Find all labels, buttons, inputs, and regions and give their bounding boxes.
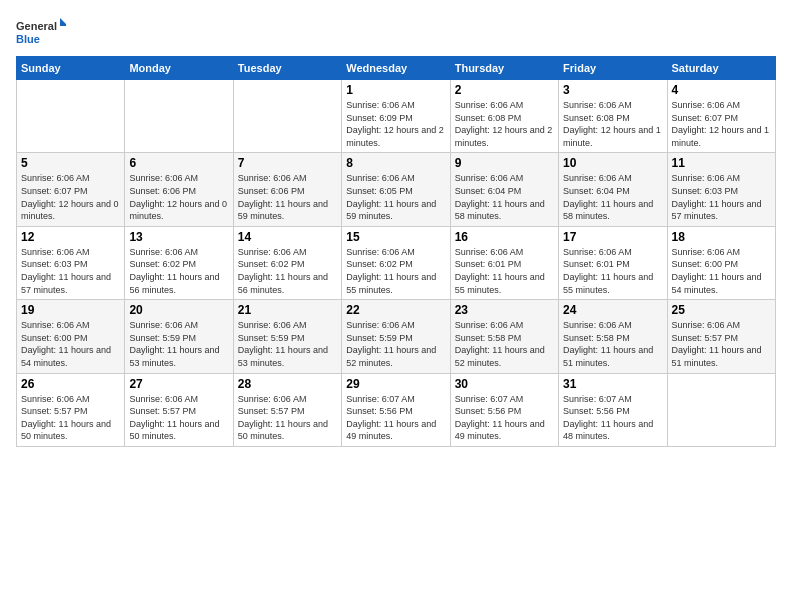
calendar-cell: 29Sunrise: 6:07 AM Sunset: 5:56 PM Dayli… xyxy=(342,373,450,446)
day-number: 8 xyxy=(346,156,445,170)
day-number: 12 xyxy=(21,230,120,244)
calendar-cell: 26Sunrise: 6:06 AM Sunset: 5:57 PM Dayli… xyxy=(17,373,125,446)
calendar-cell xyxy=(17,80,125,153)
day-number: 6 xyxy=(129,156,228,170)
calendar-cell: 23Sunrise: 6:06 AM Sunset: 5:58 PM Dayli… xyxy=(450,300,558,373)
calendar-cell: 20Sunrise: 6:06 AM Sunset: 5:59 PM Dayli… xyxy=(125,300,233,373)
day-info: Sunrise: 6:06 AM Sunset: 6:06 PM Dayligh… xyxy=(129,172,228,222)
weekday-header-wednesday: Wednesday xyxy=(342,57,450,80)
calendar-week-row: 1Sunrise: 6:06 AM Sunset: 6:09 PM Daylig… xyxy=(17,80,776,153)
day-info: Sunrise: 6:06 AM Sunset: 6:05 PM Dayligh… xyxy=(346,172,445,222)
weekday-header-friday: Friday xyxy=(559,57,667,80)
day-info: Sunrise: 6:07 AM Sunset: 5:56 PM Dayligh… xyxy=(563,393,662,443)
page-header: General Blue xyxy=(16,16,776,48)
day-number: 18 xyxy=(672,230,771,244)
calendar-cell: 5Sunrise: 6:06 AM Sunset: 6:07 PM Daylig… xyxy=(17,153,125,226)
calendar-cell: 9Sunrise: 6:06 AM Sunset: 6:04 PM Daylig… xyxy=(450,153,558,226)
calendar-cell: 10Sunrise: 6:06 AM Sunset: 6:04 PM Dayli… xyxy=(559,153,667,226)
calendar-cell: 16Sunrise: 6:06 AM Sunset: 6:01 PM Dayli… xyxy=(450,226,558,299)
svg-text:Blue: Blue xyxy=(16,33,40,45)
day-info: Sunrise: 6:06 AM Sunset: 5:59 PM Dayligh… xyxy=(129,319,228,369)
day-info: Sunrise: 6:06 AM Sunset: 5:57 PM Dayligh… xyxy=(21,393,120,443)
calendar-cell: 3Sunrise: 6:06 AM Sunset: 6:08 PM Daylig… xyxy=(559,80,667,153)
day-info: Sunrise: 6:06 AM Sunset: 6:03 PM Dayligh… xyxy=(21,246,120,296)
calendar-cell xyxy=(125,80,233,153)
day-info: Sunrise: 6:06 AM Sunset: 6:02 PM Dayligh… xyxy=(238,246,337,296)
calendar-week-row: 5Sunrise: 6:06 AM Sunset: 6:07 PM Daylig… xyxy=(17,153,776,226)
calendar-cell: 19Sunrise: 6:06 AM Sunset: 6:00 PM Dayli… xyxy=(17,300,125,373)
day-number: 27 xyxy=(129,377,228,391)
logo: General Blue xyxy=(16,16,66,48)
day-number: 5 xyxy=(21,156,120,170)
day-info: Sunrise: 6:06 AM Sunset: 6:00 PM Dayligh… xyxy=(672,246,771,296)
day-info: Sunrise: 6:06 AM Sunset: 6:03 PM Dayligh… xyxy=(672,172,771,222)
calendar-cell: 28Sunrise: 6:06 AM Sunset: 5:57 PM Dayli… xyxy=(233,373,341,446)
day-number: 16 xyxy=(455,230,554,244)
day-info: Sunrise: 6:06 AM Sunset: 6:02 PM Dayligh… xyxy=(129,246,228,296)
day-number: 7 xyxy=(238,156,337,170)
day-number: 3 xyxy=(563,83,662,97)
day-number: 31 xyxy=(563,377,662,391)
day-info: Sunrise: 6:06 AM Sunset: 6:02 PM Dayligh… xyxy=(346,246,445,296)
weekday-header-thursday: Thursday xyxy=(450,57,558,80)
calendar-cell: 8Sunrise: 6:06 AM Sunset: 6:05 PM Daylig… xyxy=(342,153,450,226)
day-info: Sunrise: 6:06 AM Sunset: 6:08 PM Dayligh… xyxy=(563,99,662,149)
calendar-cell: 27Sunrise: 6:06 AM Sunset: 5:57 PM Dayli… xyxy=(125,373,233,446)
day-info: Sunrise: 6:06 AM Sunset: 6:00 PM Dayligh… xyxy=(21,319,120,369)
day-info: Sunrise: 6:06 AM Sunset: 5:58 PM Dayligh… xyxy=(455,319,554,369)
day-info: Sunrise: 6:06 AM Sunset: 6:08 PM Dayligh… xyxy=(455,99,554,149)
day-info: Sunrise: 6:06 AM Sunset: 6:01 PM Dayligh… xyxy=(455,246,554,296)
day-number: 1 xyxy=(346,83,445,97)
day-info: Sunrise: 6:06 AM Sunset: 6:06 PM Dayligh… xyxy=(238,172,337,222)
day-info: Sunrise: 6:06 AM Sunset: 5:57 PM Dayligh… xyxy=(672,319,771,369)
calendar-cell: 30Sunrise: 6:07 AM Sunset: 5:56 PM Dayli… xyxy=(450,373,558,446)
day-number: 11 xyxy=(672,156,771,170)
calendar-cell: 11Sunrise: 6:06 AM Sunset: 6:03 PM Dayli… xyxy=(667,153,775,226)
day-number: 28 xyxy=(238,377,337,391)
svg-text:General: General xyxy=(16,20,57,32)
calendar-cell: 4Sunrise: 6:06 AM Sunset: 6:07 PM Daylig… xyxy=(667,80,775,153)
calendar-week-row: 26Sunrise: 6:06 AM Sunset: 5:57 PM Dayli… xyxy=(17,373,776,446)
calendar-cell: 6Sunrise: 6:06 AM Sunset: 6:06 PM Daylig… xyxy=(125,153,233,226)
calendar-cell xyxy=(667,373,775,446)
calendar-cell: 21Sunrise: 6:06 AM Sunset: 5:59 PM Dayli… xyxy=(233,300,341,373)
calendar-week-row: 12Sunrise: 6:06 AM Sunset: 6:03 PM Dayli… xyxy=(17,226,776,299)
calendar-cell: 13Sunrise: 6:06 AM Sunset: 6:02 PM Dayli… xyxy=(125,226,233,299)
day-number: 4 xyxy=(672,83,771,97)
day-number: 22 xyxy=(346,303,445,317)
calendar-cell: 7Sunrise: 6:06 AM Sunset: 6:06 PM Daylig… xyxy=(233,153,341,226)
day-number: 30 xyxy=(455,377,554,391)
day-info: Sunrise: 6:06 AM Sunset: 6:04 PM Dayligh… xyxy=(455,172,554,222)
day-number: 23 xyxy=(455,303,554,317)
calendar-week-row: 19Sunrise: 6:06 AM Sunset: 6:00 PM Dayli… xyxy=(17,300,776,373)
day-info: Sunrise: 6:07 AM Sunset: 5:56 PM Dayligh… xyxy=(346,393,445,443)
day-number: 2 xyxy=(455,83,554,97)
weekday-header-sunday: Sunday xyxy=(17,57,125,80)
calendar-cell: 2Sunrise: 6:06 AM Sunset: 6:08 PM Daylig… xyxy=(450,80,558,153)
calendar-cell: 25Sunrise: 6:06 AM Sunset: 5:57 PM Dayli… xyxy=(667,300,775,373)
day-info: Sunrise: 6:06 AM Sunset: 6:07 PM Dayligh… xyxy=(21,172,120,222)
calendar-cell xyxy=(233,80,341,153)
day-info: Sunrise: 6:06 AM Sunset: 5:57 PM Dayligh… xyxy=(238,393,337,443)
calendar-cell: 17Sunrise: 6:06 AM Sunset: 6:01 PM Dayli… xyxy=(559,226,667,299)
day-number: 10 xyxy=(563,156,662,170)
calendar-cell: 15Sunrise: 6:06 AM Sunset: 6:02 PM Dayli… xyxy=(342,226,450,299)
weekday-header-row: SundayMondayTuesdayWednesdayThursdayFrid… xyxy=(17,57,776,80)
day-info: Sunrise: 6:06 AM Sunset: 5:58 PM Dayligh… xyxy=(563,319,662,369)
calendar-cell: 31Sunrise: 6:07 AM Sunset: 5:56 PM Dayli… xyxy=(559,373,667,446)
day-number: 13 xyxy=(129,230,228,244)
logo-svg: General Blue xyxy=(16,16,66,48)
weekday-header-saturday: Saturday xyxy=(667,57,775,80)
day-info: Sunrise: 6:06 AM Sunset: 6:04 PM Dayligh… xyxy=(563,172,662,222)
calendar-cell: 12Sunrise: 6:06 AM Sunset: 6:03 PM Dayli… xyxy=(17,226,125,299)
day-info: Sunrise: 6:06 AM Sunset: 6:01 PM Dayligh… xyxy=(563,246,662,296)
day-number: 15 xyxy=(346,230,445,244)
day-number: 17 xyxy=(563,230,662,244)
day-info: Sunrise: 6:07 AM Sunset: 5:56 PM Dayligh… xyxy=(455,393,554,443)
weekday-header-monday: Monday xyxy=(125,57,233,80)
day-number: 19 xyxy=(21,303,120,317)
day-number: 20 xyxy=(129,303,228,317)
calendar-cell: 18Sunrise: 6:06 AM Sunset: 6:00 PM Dayli… xyxy=(667,226,775,299)
calendar-table: SundayMondayTuesdayWednesdayThursdayFrid… xyxy=(16,56,776,447)
day-info: Sunrise: 6:06 AM Sunset: 6:07 PM Dayligh… xyxy=(672,99,771,149)
